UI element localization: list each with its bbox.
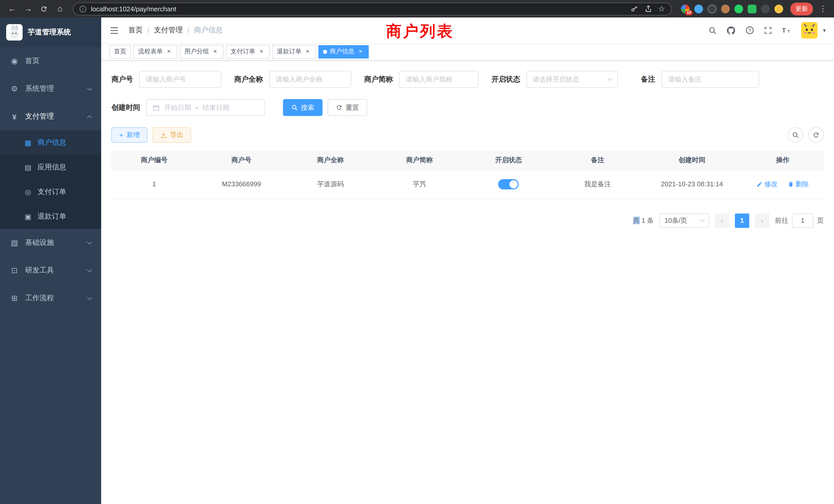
sidebar-fold-icon[interactable] — [109, 25, 119, 35]
tab-user-group[interactable]: 用户分组 × — [180, 45, 223, 58]
goto-page-input[interactable] — [792, 213, 813, 228]
toolbar-right — [788, 127, 824, 143]
reset-button[interactable]: 重置 — [328, 99, 367, 116]
filter-merchant-no: 商户号 — [111, 71, 221, 88]
edit-link[interactable]: 修改 — [757, 179, 778, 189]
extensions-puzzle-icon[interactable]: 10 — [681, 4, 690, 13]
refresh-table-button[interactable] — [808, 127, 824, 143]
tab-close-icon[interactable]: × — [258, 48, 265, 55]
merchant-no-input[interactable] — [139, 71, 221, 88]
github-icon[interactable] — [726, 25, 736, 35]
tab-home[interactable]: 首页 — [109, 45, 131, 58]
pagination: 共 1 条 10条/页 ‹ 1 › 前往 页 — [111, 213, 824, 228]
tab-close-icon[interactable]: × — [212, 48, 219, 55]
tab-close-icon[interactable]: × — [304, 48, 311, 55]
filter-status: 开启状态 请选择开启状态 — [491, 71, 618, 88]
button-label: 搜索 — [301, 103, 314, 112]
extension-icon-avatar[interactable] — [721, 4, 730, 13]
remark-input[interactable] — [661, 71, 759, 88]
table-row: 1 M233666999 芋道源码 芋艿 我是备注 2021-10-23 08:… — [111, 169, 824, 199]
url-text: localhost:1024/pay/merchant — [91, 5, 176, 13]
tab-close-icon[interactable]: × — [357, 48, 364, 55]
sidebar-menu: ◉ 首页 ⚙ 系统管理 ¥ 支付管理 ▦ 商户信息 ▤ 应用信息 — [0, 47, 101, 312]
current-page-button[interactable]: 1 — [735, 213, 749, 228]
sidebar-item-dev-tools[interactable]: ⊡ 研发工具 — [0, 257, 101, 284]
card-icon: ▦ — [24, 139, 32, 147]
export-button[interactable]: 导出 — [153, 127, 191, 143]
extension-icon-emoji[interactable] — [774, 4, 783, 13]
tab-refund-order[interactable]: 退款订单 × — [272, 45, 316, 58]
forward-button[interactable]: → — [21, 2, 35, 16]
col-header: 商户号 — [197, 151, 286, 169]
sidebar-item-home[interactable]: ◉ 首页 — [0, 47, 101, 75]
filter-label: 商户号 — [111, 75, 133, 84]
tab-label: 支付订单 — [231, 47, 255, 56]
browser-menu-icon[interactable]: ⋮ — [817, 4, 829, 13]
sidebar-item-app-info[interactable]: ▤ 应用信息 — [0, 155, 101, 180]
extension-badge: 10 — [685, 10, 693, 15]
sidebar-item-label: 系统管理 — [25, 84, 54, 93]
avatar-caret-icon[interactable]: ▾ — [823, 27, 826, 33]
short-name-input[interactable] — [399, 71, 479, 88]
sidebar-item-merchant-info[interactable]: ▦ 商户信息 — [0, 130, 101, 155]
back-button[interactable]: ← — [5, 2, 19, 16]
pencil-icon — [757, 181, 763, 187]
reload-button[interactable] — [37, 2, 51, 16]
tab-merchant-info[interactable]: 商户信息 × — [319, 45, 369, 58]
share-icon[interactable] — [644, 5, 652, 13]
main-area: 首页 / 支付管理 / 商户信息 商户列表 ? — [101, 18, 834, 504]
grid-icon: ▤ — [24, 163, 32, 171]
extension-icon-drop[interactable] — [694, 4, 703, 13]
tab-close-icon[interactable]: × — [166, 48, 173, 55]
user-avatar[interactable] — [802, 22, 818, 39]
sidebar-item-refund-order[interactable]: ▣ 退款订单 — [0, 204, 101, 229]
sidebar-item-label: 工作流程 — [25, 294, 54, 303]
url-bar[interactable]: i localhost:1024/pay/merchant ☆ — [73, 2, 672, 15]
sidebar-item-payment[interactable]: ¥ 支付管理 — [0, 102, 101, 130]
cell-create-time: 2021-10-23 08:31:14 — [642, 169, 742, 199]
fullscreen-icon[interactable] — [764, 26, 773, 35]
search-button[interactable]: 搜索 — [283, 99, 323, 116]
home-button[interactable]: ⌂ — [53, 2, 67, 16]
font-size-icon[interactable]: TT — [782, 26, 792, 35]
search-icon — [291, 104, 298, 111]
extension-icon-dark[interactable] — [708, 4, 717, 13]
page-size-select[interactable]: 10条/页 — [659, 213, 709, 228]
total-text: 1 条 — [640, 216, 654, 224]
tab-pay-order[interactable]: 支付订单 × — [226, 45, 270, 58]
key-icon[interactable] — [630, 5, 638, 13]
sidebar-item-workflow[interactable]: ⊞ 工作流程 — [0, 284, 101, 312]
app-logo-row[interactable]: 芋道管理系统 — [0, 18, 101, 47]
tab-process-form[interactable]: 流程表单 × — [133, 45, 177, 58]
extension-icon-green-circle[interactable] — [734, 4, 743, 13]
bookmark-star-icon[interactable]: ☆ — [658, 4, 665, 13]
delete-link[interactable]: 删除 — [788, 179, 809, 189]
next-page-button[interactable]: › — [755, 213, 769, 228]
site-info-icon[interactable]: i — [80, 5, 86, 12]
end-date-placeholder: 结束日期 — [203, 103, 229, 112]
browser-update-button[interactable]: 更新 — [790, 2, 813, 15]
sidebar-item-pay-order[interactable]: ◎ 支付订单 — [0, 180, 101, 204]
table-header-row: 商户编号 商户号 商户全称 商户简称 开启状态 备注 创建时间 操作 — [111, 151, 824, 169]
breadcrumb-payment[interactable]: 支付管理 — [154, 26, 183, 35]
toggle-search-button[interactable] — [788, 127, 803, 143]
select-placeholder: 请选择开启状态 — [532, 75, 579, 84]
status-toggle[interactable] — [498, 179, 519, 189]
breadcrumb-home[interactable]: 首页 — [128, 26, 143, 35]
extension-icon-paw[interactable] — [761, 4, 770, 13]
full-name-input[interactable] — [269, 71, 351, 88]
svg-text:T: T — [782, 27, 786, 34]
add-button[interactable]: + 新增 — [111, 127, 147, 143]
status-select[interactable]: 请选择开启状态 — [526, 71, 618, 88]
help-icon[interactable]: ? — [745, 26, 755, 35]
search-icon[interactable] — [708, 26, 717, 35]
cell-merchant-no: M233666999 — [197, 169, 286, 199]
trash-icon — [788, 181, 794, 187]
extension-icon-green-square[interactable] — [748, 4, 756, 13]
goto-label: 前往 — [775, 216, 788, 225]
prev-page-button[interactable]: ‹ — [715, 213, 729, 228]
sidebar-item-infrastructure[interactable]: ▧ 基础设施 — [0, 229, 101, 257]
sidebar-item-system[interactable]: ⚙ 系统管理 — [0, 75, 101, 102]
date-range-picker[interactable]: 开始日期 - 结束日期 — [146, 99, 265, 116]
tags-view: 首页 流程表单 × 用户分组 × 支付订单 × 退款订单 × 商户信息 × — [101, 43, 834, 61]
